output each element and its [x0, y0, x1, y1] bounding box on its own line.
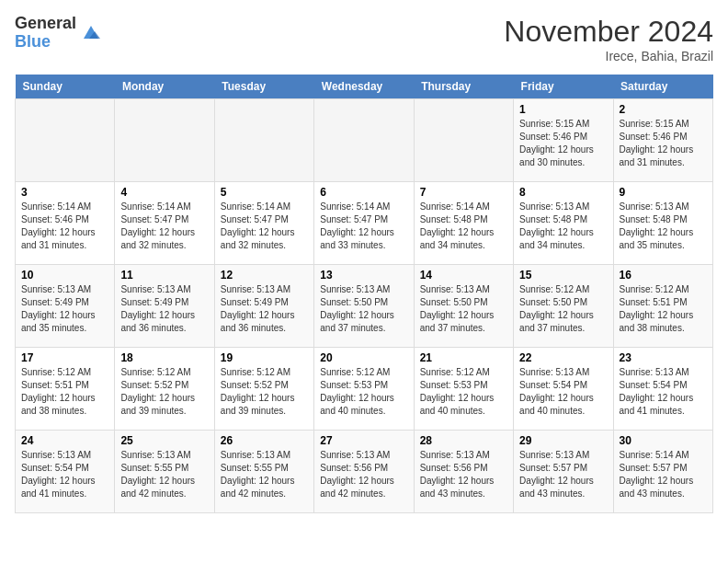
calendar-cell — [214, 99, 313, 182]
day-number: 22 — [519, 351, 607, 364]
day-info: Sunrise: 5:13 AMSunset: 5:48 PMDaylight:… — [620, 201, 707, 252]
header-monday: Monday — [115, 75, 214, 99]
day-number: 29 — [519, 434, 607, 447]
calendar-cell: 27 Sunrise: 5:13 AMSunset: 5:56 PMDaylig… — [314, 431, 414, 513]
header-thursday: Thursday — [414, 75, 513, 99]
day-number: 27 — [320, 434, 407, 447]
logo-icon — [80, 22, 102, 44]
day-number: 28 — [420, 434, 507, 447]
day-number: 23 — [620, 351, 707, 364]
day-info: Sunrise: 5:13 AMSunset: 5:48 PMDaylight:… — [519, 201, 607, 252]
day-info: Sunrise: 5:13 AMSunset: 5:50 PMDaylight:… — [420, 283, 507, 335]
week-row-3: 10 Sunrise: 5:13 AMSunset: 5:49 PMDaylig… — [16, 265, 713, 348]
day-number: 14 — [420, 269, 507, 282]
day-info: Sunrise: 5:14 AMSunset: 5:46 PMDaylight:… — [21, 201, 108, 252]
day-info: Sunrise: 5:12 AMSunset: 5:53 PMDaylight:… — [320, 366, 407, 418]
day-info: Sunrise: 5:13 AMSunset: 5:49 PMDaylight:… — [21, 283, 108, 335]
day-number: 6 — [320, 186, 407, 199]
week-row-4: 17 Sunrise: 5:12 AMSunset: 5:51 PMDaylig… — [16, 348, 713, 431]
day-info: Sunrise: 5:15 AMSunset: 5:46 PMDaylight:… — [519, 118, 607, 169]
calendar-table: Sunday Monday Tuesday Wednesday Thursday… — [15, 75, 713, 513]
calendar-cell: 9 Sunrise: 5:13 AMSunset: 5:48 PMDayligh… — [613, 182, 712, 265]
day-number: 30 — [620, 434, 707, 447]
header: General Blue November 2024 Irece, Bahia,… — [15, 15, 713, 63]
day-number: 7 — [420, 186, 507, 199]
day-info: Sunrise: 5:14 AMSunset: 5:47 PMDaylight:… — [320, 201, 407, 252]
header-wednesday: Wednesday — [314, 75, 414, 99]
calendar-cell: 30 Sunrise: 5:14 AMSunset: 5:57 PMDaylig… — [613, 431, 712, 513]
day-info: Sunrise: 5:13 AMSunset: 5:55 PMDaylight:… — [120, 449, 208, 500]
day-info: Sunrise: 5:12 AMSunset: 5:51 PMDaylight:… — [620, 283, 707, 335]
week-row-5: 24 Sunrise: 5:13 AMSunset: 5:54 PMDaylig… — [16, 431, 713, 513]
calendar-cell: 15 Sunrise: 5:12 AMSunset: 5:50 PMDaylig… — [514, 265, 613, 348]
day-info: Sunrise: 5:12 AMSunset: 5:53 PMDaylight:… — [420, 366, 507, 418]
calendar-cell — [414, 99, 513, 182]
day-info: Sunrise: 5:12 AMSunset: 5:52 PMDaylight:… — [120, 366, 208, 418]
day-number: 16 — [620, 269, 707, 282]
day-info: Sunrise: 5:13 AMSunset: 5:49 PMDaylight:… — [120, 283, 208, 335]
logo-blue-text: Blue — [15, 33, 76, 52]
day-info: Sunrise: 5:13 AMSunset: 5:55 PMDaylight:… — [221, 449, 308, 500]
day-number: 25 — [120, 434, 208, 447]
calendar-cell: 2 Sunrise: 5:15 AMSunset: 5:46 PMDayligh… — [613, 99, 712, 182]
day-number: 5 — [221, 186, 308, 199]
calendar-cell — [314, 99, 414, 182]
day-number: 13 — [320, 269, 407, 282]
day-info: Sunrise: 5:13 AMSunset: 5:49 PMDaylight:… — [221, 283, 308, 335]
day-info: Sunrise: 5:13 AMSunset: 5:50 PMDaylight:… — [320, 283, 407, 335]
calendar-cell: 5 Sunrise: 5:14 AMSunset: 5:47 PMDayligh… — [214, 182, 313, 265]
calendar-cell: 25 Sunrise: 5:13 AMSunset: 5:55 PMDaylig… — [115, 431, 214, 513]
day-info: Sunrise: 5:12 AMSunset: 5:52 PMDaylight:… — [221, 366, 308, 418]
calendar-cell: 16 Sunrise: 5:12 AMSunset: 5:51 PMDaylig… — [613, 265, 712, 348]
calendar-cell: 18 Sunrise: 5:12 AMSunset: 5:52 PMDaylig… — [115, 348, 214, 431]
day-number: 2 — [620, 103, 707, 116]
calendar-cell: 4 Sunrise: 5:14 AMSunset: 5:47 PMDayligh… — [115, 182, 214, 265]
calendar-cell: 19 Sunrise: 5:12 AMSunset: 5:52 PMDaylig… — [214, 348, 313, 431]
day-number: 9 — [620, 186, 707, 199]
calendar-cell: 29 Sunrise: 5:13 AMSunset: 5:57 PMDaylig… — [514, 431, 613, 513]
location-subtitle: Irece, Bahia, Brazil — [504, 49, 713, 63]
day-number: 21 — [420, 351, 507, 364]
header-friday: Friday — [514, 75, 613, 99]
calendar-cell: 28 Sunrise: 5:13 AMSunset: 5:56 PMDaylig… — [414, 431, 513, 513]
day-number: 15 — [519, 269, 607, 282]
calendar-cell: 22 Sunrise: 5:13 AMSunset: 5:54 PMDaylig… — [514, 348, 613, 431]
title-section: November 2024 Irece, Bahia, Brazil — [504, 15, 713, 63]
day-info: Sunrise: 5:14 AMSunset: 5:48 PMDaylight:… — [420, 201, 507, 252]
day-info: Sunrise: 5:13 AMSunset: 5:54 PMDaylight:… — [21, 449, 108, 500]
calendar-cell: 8 Sunrise: 5:13 AMSunset: 5:48 PMDayligh… — [514, 182, 613, 265]
day-number: 10 — [21, 269, 108, 282]
week-row-2: 3 Sunrise: 5:14 AMSunset: 5:46 PMDayligh… — [16, 182, 713, 265]
day-number: 1 — [519, 103, 607, 116]
calendar-cell: 20 Sunrise: 5:12 AMSunset: 5:53 PMDaylig… — [314, 348, 414, 431]
header-sunday: Sunday — [16, 75, 115, 99]
day-number: 4 — [120, 186, 208, 199]
day-info: Sunrise: 5:13 AMSunset: 5:56 PMDaylight:… — [320, 449, 407, 500]
day-number: 20 — [320, 351, 407, 364]
day-info: Sunrise: 5:13 AMSunset: 5:57 PMDaylight:… — [519, 449, 607, 500]
weekday-header-row: Sunday Monday Tuesday Wednesday Thursday… — [16, 75, 713, 99]
day-number: 26 — [221, 434, 308, 447]
day-number: 8 — [519, 186, 607, 199]
day-info: Sunrise: 5:12 AMSunset: 5:51 PMDaylight:… — [21, 366, 108, 418]
calendar-cell: 21 Sunrise: 5:12 AMSunset: 5:53 PMDaylig… — [414, 348, 513, 431]
calendar-cell: 11 Sunrise: 5:13 AMSunset: 5:49 PMDaylig… — [115, 265, 214, 348]
calendar-cell: 13 Sunrise: 5:13 AMSunset: 5:50 PMDaylig… — [314, 265, 414, 348]
day-number: 24 — [21, 434, 108, 447]
calendar-cell — [115, 99, 214, 182]
month-title: November 2024 — [504, 15, 713, 49]
calendar-cell: 26 Sunrise: 5:13 AMSunset: 5:55 PMDaylig… — [214, 431, 313, 513]
logo-general-text: General — [15, 15, 76, 33]
day-info: Sunrise: 5:14 AMSunset: 5:47 PMDaylight:… — [120, 201, 208, 252]
day-number: 3 — [21, 186, 108, 199]
day-info: Sunrise: 5:12 AMSunset: 5:50 PMDaylight:… — [519, 283, 607, 335]
calendar-cell: 3 Sunrise: 5:14 AMSunset: 5:46 PMDayligh… — [16, 182, 115, 265]
calendar-cell: 6 Sunrise: 5:14 AMSunset: 5:47 PMDayligh… — [314, 182, 414, 265]
calendar-cell: 10 Sunrise: 5:13 AMSunset: 5:49 PMDaylig… — [16, 265, 115, 348]
calendar-cell: 24 Sunrise: 5:13 AMSunset: 5:54 PMDaylig… — [16, 431, 115, 513]
day-info: Sunrise: 5:13 AMSunset: 5:56 PMDaylight:… — [420, 449, 507, 500]
calendar-cell — [16, 99, 115, 182]
calendar-cell: 1 Sunrise: 5:15 AMSunset: 5:46 PMDayligh… — [514, 99, 613, 182]
day-number: 17 — [21, 351, 108, 364]
logo: General Blue — [15, 15, 102, 52]
